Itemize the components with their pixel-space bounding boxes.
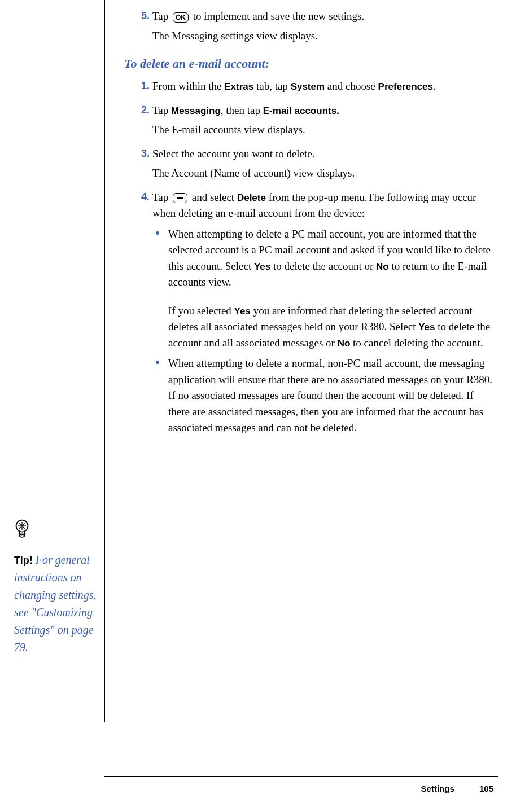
ui-label: Yes: [418, 322, 435, 332]
step-number: 1.: [141, 78, 150, 94]
step-text: Tap: [152, 191, 171, 203]
ui-label: No: [338, 338, 351, 349]
ui-label: System: [291, 81, 325, 92]
ui-label: E-mail accounts.: [263, 106, 339, 116]
page-footer: Settings 105: [421, 783, 493, 796]
section-heading: To delete an e-mail account:: [124, 54, 497, 73]
step-followup: The E-mail accounts view displays.: [152, 122, 497, 138]
step-text: and choose: [325, 80, 378, 92]
bullet-icon: [156, 361, 159, 364]
step-number: 4.: [141, 190, 150, 205]
bullet-text: to cancel deleting the account.: [350, 337, 483, 349]
step-2: 2. Tap Messaging, then tap E-mail accoun…: [124, 103, 497, 138]
footer-page-number: 105: [479, 784, 493, 793]
ui-label: Yes: [254, 261, 270, 272]
step-5: 5. Tap OK to implement and save the new …: [124, 8, 497, 44]
bullet-text: When attempting to delete a normal, non-…: [168, 357, 492, 433]
ui-label: Yes: [234, 306, 251, 317]
bullet-text: If you selected: [168, 305, 234, 317]
lightbulb-icon: [14, 519, 99, 546]
step-followup: The Messaging settings view displays.: [152, 28, 497, 45]
step-text: .: [433, 80, 436, 92]
step-text: From within the: [152, 80, 224, 92]
menu-icon: [173, 193, 187, 203]
list-item: When attempting to delete a normal, non-…: [152, 355, 497, 436]
footer-rule: [104, 776, 498, 777]
step-number: 2.: [141, 103, 150, 118]
ui-label: Preferences: [378, 81, 433, 92]
tip-label: Tip!: [14, 555, 33, 566]
bullet-icon: [156, 231, 159, 235]
bullet-text: to delete the account or: [270, 260, 376, 272]
step-3: 3. Select the account you want to delete…: [124, 146, 497, 182]
step-number: 3.: [141, 146, 150, 161]
footer-section: Settings: [421, 784, 454, 793]
step-text: Tap: [152, 10, 171, 22]
ui-label: Messaging: [171, 106, 221, 116]
sidebar-tip: Tip! For general instructions on changin…: [14, 519, 99, 656]
main-content: 5. Tap OK to implement and save the new …: [124, 8, 497, 444]
bullet-list: When attempting to delete a PC mail acco…: [152, 226, 497, 436]
ui-label: Delete: [237, 192, 266, 203]
ui-label: No: [376, 261, 389, 272]
step-text: Tap: [152, 104, 171, 116]
ui-label: Extras: [224, 81, 253, 92]
step-text: tab, tap: [253, 80, 290, 92]
tip-text: For general instructions on changing set…: [14, 554, 97, 653]
step-text: to implement and save the new settings.: [190, 10, 364, 22]
list-item: When attempting to delete a PC mail acco…: [152, 226, 497, 352]
step-text: , then tap: [221, 104, 263, 116]
step-text: and select: [189, 191, 237, 203]
step-followup: The Account (Name of account) view displ…: [152, 165, 497, 182]
step-4: 4. Tap and select Delete from the pop-up…: [124, 190, 497, 436]
step-number: 5.: [141, 8, 150, 24]
vertical-divider: [104, 0, 105, 722]
tip-block: Tip! For general instructions on changin…: [14, 551, 99, 656]
ok-icon: OK: [173, 12, 189, 23]
step-text: Select the account you want to delete.: [152, 148, 315, 160]
step-1: 1. From within the Extras tab, tap Syste…: [124, 78, 497, 95]
